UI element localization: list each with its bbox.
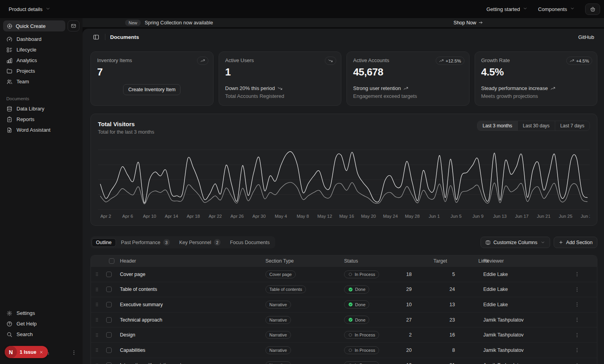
reviewer-cell[interactable]: Jamik Tashpulatov <box>455 332 557 338</box>
in-process-loader-icon <box>348 333 353 337</box>
data-library-icon <box>6 106 13 112</box>
tab-outline[interactable]: Outline <box>92 238 116 247</box>
customize-columns-button[interactable]: Customize Columns <box>481 237 550 248</box>
target-cell[interactable]: 10 <box>388 302 412 307</box>
target-cell[interactable]: 27 <box>388 317 412 323</box>
range-button-last-3-months[interactable]: Last 3 months <box>477 121 517 131</box>
add-section-button[interactable]: Add Section <box>554 237 597 248</box>
sidebar-item-settings[interactable]: Settings <box>3 308 79 318</box>
plus-icon <box>558 240 563 245</box>
github-link[interactable]: GitHub <box>578 34 594 40</box>
status-badge: Done <box>344 316 369 324</box>
limit-cell[interactable]: 21 <box>412 362 455 364</box>
limit-cell[interactable]: 16 <box>412 332 455 338</box>
target-cell[interactable]: 29 <box>388 287 412 292</box>
reviewer-cell[interactable]: Eddie Lake <box>455 302 557 307</box>
section-type-badge: Cover page <box>265 270 296 278</box>
sidebar-item-reports[interactable]: Reports <box>3 114 79 125</box>
quick-create-row: Quick Create <box>0 20 83 33</box>
drag-handle[interactable] <box>91 317 103 323</box>
user-menu-button[interactable] <box>71 349 77 356</box>
ellipsis-vertical-icon <box>574 362 580 364</box>
reviewer-cell[interactable]: Jamik Tashpulatov <box>455 347 557 353</box>
reviewer-cell[interactable]: Jamik Tashpulatov <box>455 362 557 364</box>
row-header-cell[interactable]: Integration with existing systems <box>117 362 262 364</box>
limit-cell[interactable]: 5 <box>412 272 455 277</box>
row-header-cell[interactable]: Table of contents <box>117 287 262 292</box>
row-checkbox[interactable] <box>106 302 112 307</box>
row-menu-button[interactable] <box>557 271 597 277</box>
sidebar-item-analytics[interactable]: Analytics <box>3 55 79 66</box>
row-header-cell[interactable]: Design <box>117 332 262 338</box>
sidebar-item-dashboard[interactable]: Dashboard <box>3 34 79 44</box>
inbox-button[interactable] <box>68 20 79 31</box>
row-header-cell[interactable]: Capabilities <box>117 347 262 353</box>
close-icon[interactable] <box>39 350 44 355</box>
visitors-line-chart: Apr 2Apr 6Apr 10Apr 14Apr 18Apr 22Apr 26… <box>98 143 590 222</box>
drag-handle[interactable] <box>91 287 103 292</box>
stat-cards: Inventory Items7Create Inventory ItemAct… <box>90 51 597 106</box>
select-all-checkbox[interactable] <box>109 258 114 264</box>
limit-cell[interactable]: 13 <box>412 302 455 307</box>
x-axis-tick: Apr 2 <box>100 214 111 219</box>
target-cell[interactable]: 2 <box>388 332 412 338</box>
shop-now-link[interactable]: Shop Now <box>453 20 483 26</box>
drag-handle[interactable] <box>91 362 103 364</box>
workspace-switcher[interactable]: Product details <box>9 6 51 13</box>
row-menu-button[interactable] <box>557 362 597 364</box>
drag-handle[interactable] <box>91 347 103 353</box>
reviewer-cell[interactable]: Jamik Tashpulatov <box>455 317 557 323</box>
row-checkbox[interactable] <box>106 347 112 353</box>
row-menu-button[interactable] <box>557 332 597 338</box>
sidebar-item-data-library[interactable]: Data Library <box>3 103 79 114</box>
row-header-cell[interactable]: Executive summary <box>117 302 262 307</box>
cart-button[interactable] <box>585 4 600 15</box>
target-cell[interactable]: 19 <box>388 362 412 364</box>
app-shell: Quick Create DashboardLifecycleAnalytics… <box>0 18 604 364</box>
create-inventory-item-button[interactable]: Create Inventory Item <box>123 84 180 95</box>
row-checkbox[interactable] <box>106 287 112 292</box>
quick-create-button[interactable]: Quick Create <box>3 20 65 31</box>
sidebar-item-team[interactable]: Team <box>3 76 79 87</box>
sidebar-item-get-help[interactable]: Get Help <box>3 318 79 329</box>
sidebar-toggle-button[interactable] <box>91 32 101 42</box>
settings-icon <box>6 310 13 316</box>
row-header-cell[interactable]: Technical approach <box>117 317 262 323</box>
target-cell[interactable]: 20 <box>388 347 412 353</box>
sidebar-item-word-assistant[interactable]: Word Assistant <box>3 125 79 135</box>
drag-handle[interactable] <box>91 271 103 277</box>
menu-getting-started[interactable]: Getting started <box>486 6 528 12</box>
row-menu-button[interactable] <box>557 287 597 292</box>
drag-handle[interactable] <box>91 332 103 338</box>
reviewer-cell[interactable]: Eddie Lake <box>455 272 557 277</box>
sidebar-item-lifecycle[interactable]: Lifecycle <box>3 44 79 55</box>
x-axis-tick: May 12 <box>317 214 332 219</box>
target-cell[interactable]: 18 <box>388 272 412 277</box>
limit-cell[interactable]: 24 <box>412 287 455 292</box>
row-header-cell[interactable]: Cover page <box>117 272 262 277</box>
range-button-last-30-days[interactable]: Last 30 days <box>517 121 555 131</box>
range-button-last-7-days[interactable]: Last 7 days <box>555 121 589 131</box>
tab-key-personnel[interactable]: Key Personnel2 <box>175 237 225 247</box>
row-checkbox[interactable] <box>106 272 112 277</box>
reviewer-cell[interactable]: Eddie Lake <box>455 287 557 292</box>
row-menu-button[interactable] <box>557 347 597 353</box>
sidebar-item-search[interactable]: Search <box>3 329 79 340</box>
row-menu-button[interactable] <box>557 301 597 307</box>
limit-cell[interactable]: 23 <box>412 317 455 323</box>
issue-badge[interactable]: N 1 Issue <box>5 346 48 358</box>
trend-badge-value: +4.5% <box>576 59 589 63</box>
tab-focus-documents[interactable]: Focus Documents <box>226 238 274 247</box>
row-checkbox[interactable] <box>106 317 112 323</box>
sidebar-item-projects[interactable]: Projects <box>3 66 79 76</box>
tab-past-performance[interactable]: Past Performance3 <box>117 237 174 247</box>
x-axis-tick: Jun 17 <box>515 214 528 219</box>
promo-banner: New Spring Collection now available Shop… <box>83 18 604 27</box>
limit-cell[interactable]: 8 <box>412 347 455 353</box>
menu-components[interactable]: Components <box>538 6 575 12</box>
row-menu-button[interactable] <box>557 317 597 323</box>
arrow-right-icon <box>478 20 483 25</box>
drag-handle[interactable] <box>91 301 103 307</box>
row-checkbox[interactable] <box>106 362 112 364</box>
row-checkbox[interactable] <box>106 332 112 338</box>
